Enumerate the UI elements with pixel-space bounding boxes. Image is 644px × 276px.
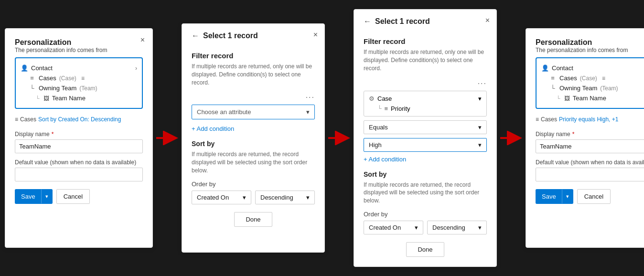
tree-owning-team-row-2: └ Owning Team (Team) <box>541 83 644 93</box>
attribute-select-1[interactable]: Choose an attribute ▾ <box>192 105 315 119</box>
back-button-1[interactable]: ← <box>192 32 199 40</box>
cases-filter-icon-2: ≡ <box>602 75 605 82</box>
tree-cases-row: ≡ Cases (Case) ≡ <box>21 73 137 83</box>
display-name-input-2[interactable] <box>536 139 644 153</box>
panel-title-1: Personalization <box>15 38 71 46</box>
more-options-button-1[interactable]: ··· <box>306 93 315 102</box>
default-value-group-2: Default value (shown when no data is ava… <box>536 159 644 181</box>
display-name-input-1[interactable] <box>15 139 143 153</box>
condition-entity-label: Case <box>377 95 392 102</box>
display-name-label-1: Display name * <box>15 131 143 138</box>
button-row-1: Save ▾ Cancel <box>15 189 143 204</box>
list-icon-3: ≡ <box>385 105 388 112</box>
dialog-title-1: Select 1 record <box>203 32 258 40</box>
value-select-2[interactable]: High ▾ <box>364 138 487 152</box>
dialog-close-2[interactable]: × <box>485 16 490 25</box>
dialog-panel-2: ← Select 1 record × Filter record If mul… <box>354 9 497 267</box>
dialog-body-2: Filter record If multiple records are re… <box>354 37 496 266</box>
owning-team-type-2: (Team) <box>600 85 618 92</box>
list-icon-4: ≡ <box>549 74 557 82</box>
default-value-label-2: Default value (shown when no data is ava… <box>536 159 644 166</box>
tree-team-name-row-2: └ 🖼 Team Name <box>541 93 644 103</box>
cases-type-2: (Case) <box>580 75 597 82</box>
order-by-select-2[interactable]: Created On ▾ <box>364 221 423 234</box>
display-name-label-2: Display name * <box>536 131 644 138</box>
cases-filter-row-2[interactable]: ≡ Cases Priority equals High, +1 <box>536 115 644 124</box>
info-box-1: 👤 Contact › ≡ Cases (Case) ≡ └ Owning Te… <box>15 57 143 109</box>
operator-value-2: Equals <box>369 124 388 131</box>
save-button-group-1[interactable]: Save ▾ <box>15 189 53 204</box>
condition-row-1: ⚙ Case ▾ └ ≡ Priority <box>364 91 487 117</box>
person-icon: 👤 <box>21 64 28 72</box>
required-star-1: * <box>52 131 54 138</box>
back-button-2[interactable]: ← <box>364 18 371 25</box>
done-button-1[interactable]: Done <box>234 212 272 227</box>
default-value-input-2[interactable] <box>536 168 644 181</box>
filter-desc-2: If multiple records are returned, only o… <box>364 48 487 72</box>
cases-type: (Case) <box>59 75 76 82</box>
dialog-header-1: ← Select 1 record × <box>182 24 324 52</box>
order-by-chevron-1: ▾ <box>243 194 246 201</box>
required-star-2: * <box>572 131 575 138</box>
image-icon-2: 🖼 <box>564 95 570 102</box>
more-options-button-2[interactable]: ··· <box>478 79 487 88</box>
cases-filter-link-2[interactable]: Priority equals High, +1 <box>559 116 618 123</box>
personalization-panel-2: Personalization × The personalization in… <box>526 28 644 248</box>
info-section-label-2: The personalization info comes from <box>536 47 644 53</box>
cases-label: Cases <box>39 74 56 82</box>
save-dropdown-button-2[interactable]: ▾ <box>562 190 573 203</box>
filter-section-title-1: Filter record <box>192 52 315 60</box>
condition-attr-row: └ ≡ Priority <box>369 105 482 112</box>
order-row-1: Created On ▾ Descending ▾ <box>192 191 315 204</box>
cancel-button-2[interactable]: Cancel <box>577 189 611 204</box>
person-icon-2: 👤 <box>541 64 549 72</box>
default-value-input-1[interactable] <box>15 168 143 181</box>
order-dir-chevron-1: ▾ <box>306 194 310 201</box>
cases-filter-row-1[interactable]: ≡ Cases Sort by Created On: Descending <box>15 115 143 124</box>
dialog-panel-1: ← Select 1 record × Filter record If mul… <box>182 23 325 253</box>
red-arrow-1 <box>155 131 179 145</box>
save-main-button-1[interactable]: Save <box>15 190 42 203</box>
sort-title-2: Sort by <box>364 170 487 178</box>
order-dir-select-1[interactable]: Descending ▾ <box>255 191 315 204</box>
tree-owning-team-row: └ Owning Team (Team) <box>21 83 137 93</box>
close-button-1[interactable]: × <box>140 36 145 44</box>
tree-contact-row-2: 👤 Contact › <box>541 63 644 73</box>
tree-team-name-row: └ 🖼 Team Name <box>21 93 137 103</box>
owning-team-label-2: Owning Team <box>559 85 597 92</box>
dialog-close-1[interactable]: × <box>313 31 318 39</box>
order-dir-value-1: Descending <box>260 194 293 201</box>
attribute-placeholder-1: Choose an attribute <box>197 108 251 116</box>
dialog-title-2: Select 1 record <box>375 17 430 26</box>
display-name-group-1: Display name * <box>15 131 143 153</box>
order-by-chevron-2: ▾ <box>415 224 418 231</box>
tree-cases-row-2: ≡ Cases (Case) ≡ <box>541 73 644 83</box>
info-box-2: 👤 Contact › ≡ Cases (Case) ≡ └ Owning Te… <box>536 57 644 109</box>
owning-team-label: Owning Team <box>39 85 76 92</box>
order-dir-select-2[interactable]: Descending ▾ <box>427 221 487 234</box>
contact-label: Contact <box>31 64 53 72</box>
operator-select-2[interactable]: Equals ▾ <box>364 120 487 134</box>
save-button-group-2[interactable]: Save ▾ <box>536 189 573 204</box>
cancel-button-1[interactable]: Cancel <box>56 189 90 204</box>
team-name-label-1: Team Name <box>52 95 86 102</box>
add-condition-button-1[interactable]: + Add condition <box>192 125 234 132</box>
panel-title-2: Personalization <box>536 38 592 46</box>
cases-filter-link-1[interactable]: Sort by Created On: Descending <box>38 116 121 123</box>
cases-label-2: Cases <box>559 74 577 82</box>
cases-filter-prefix-1: Cases <box>20 116 36 123</box>
list-icon-2: └ <box>28 85 36 92</box>
chevron-down-icon-1: ▾ <box>306 108 310 116</box>
order-by-select-1[interactable]: Created On ▾ <box>192 191 251 204</box>
button-row-2: Save ▾ Cancel <box>536 189 644 204</box>
team-name-label-2: Team Name <box>573 95 606 102</box>
save-dropdown-button-1[interactable]: ▾ <box>42 190 52 203</box>
done-button-2[interactable]: Done <box>406 242 444 257</box>
save-main-button-2[interactable]: Save <box>536 190 562 203</box>
sort-title-1: Sort by <box>192 140 315 148</box>
order-dir-chevron-2: ▾ <box>478 224 482 231</box>
tree-connector-2: └ <box>557 96 560 101</box>
info-section-label-1: The personalization info comes from <box>15 47 143 53</box>
add-condition-button-2[interactable]: + Add condition <box>364 156 406 163</box>
contact-label-2: Contact <box>552 64 573 72</box>
